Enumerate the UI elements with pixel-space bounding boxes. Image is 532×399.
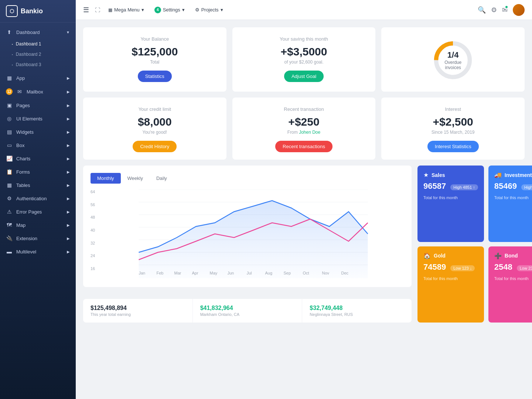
- app-icon: ▦: [6, 75, 13, 81]
- sidebar-item-app[interactable]: ▦ App ▶: [0, 71, 76, 85]
- recent-transactions-button[interactable]: Recent transactions: [275, 141, 332, 152]
- y-label: 64: [91, 190, 99, 194]
- hamburger-menu[interactable]: ☰: [83, 6, 89, 14]
- credit-history-button[interactable]: Credit History: [133, 141, 177, 152]
- interest-label: Interest: [445, 106, 461, 112]
- stat-card-gold: 🏠 Gold 74589 Low 123 ↓ Total for this mo…: [417, 246, 484, 323]
- bottom-row: Monthly Weekly Daily 16 24 32 40 48 56: [83, 166, 525, 323]
- donut-container: 1/4 Overdue invoices: [429, 36, 477, 84]
- interest-statistics-button[interactable]: Interest Statistics: [427, 141, 479, 152]
- avatar[interactable]: [513, 4, 525, 16]
- sidebar-item-tables[interactable]: ▦ Tables ▶: [0, 178, 76, 192]
- sidebar-item-widgets[interactable]: ▤ Widgets ▶: [0, 125, 76, 139]
- sidebar-label-dashboard: Dashboard: [16, 30, 40, 35]
- search-icon[interactable]: 🔍: [478, 6, 486, 14]
- saving-card: Your saving this month +$3,5000 of your …: [232, 27, 376, 92]
- gold-footer: Total for this month: [423, 276, 478, 281]
- sidebar-label-map: Map: [16, 222, 25, 228]
- sidebar-item-forms[interactable]: 📋 Forms ▶: [0, 165, 76, 178]
- investment-badge: High 563 ↑: [521, 184, 532, 190]
- settings-arrow: ▾: [182, 7, 185, 13]
- tab-monthly[interactable]: Monthly: [91, 173, 121, 184]
- sidebar-item-dashboard1[interactable]: Dashboard 1: [0, 39, 76, 49]
- svg-text:Aug: Aug: [265, 271, 273, 275]
- avatar-image: [513, 4, 525, 16]
- bond-title: Bond: [505, 253, 518, 259]
- sidebar-item-map[interactable]: 🗺 Map ▶: [0, 218, 76, 232]
- topbar-expand-icon[interactable]: ⛶: [95, 7, 100, 13]
- balance-label: Your Balance: [140, 36, 169, 42]
- topbar-megamenu[interactable]: ▦ Mega Menu ▾: [106, 6, 146, 14]
- statistics-button[interactable]: Statistics: [138, 71, 172, 82]
- svg-text:May: May: [210, 271, 218, 275]
- chevron-icon: ▶: [67, 183, 70, 187]
- summary-neglinnaya-value: $32,749,448: [310, 305, 404, 311]
- svg-text:Oct: Oct: [303, 271, 309, 275]
- y-label: 24: [91, 253, 99, 258]
- summary-earning-value: $125,498,894: [91, 305, 185, 311]
- transaction-sub: From Johen Doe: [287, 130, 320, 135]
- settings-label: Settings: [163, 7, 180, 13]
- mailbox-badge: 12: [6, 88, 13, 95]
- investment-title: Investment: [505, 172, 532, 178]
- sidebar-label-mailbox: Mailbox: [27, 89, 43, 95]
- investment-badge-label: High: [524, 185, 532, 190]
- summary-item-markham: $41,832,964 Markham Ontario, CA: [193, 299, 303, 323]
- summary-item-neglinnaya: $32,749,448 Neglinnaya Street, RUS: [302, 299, 412, 323]
- projects-label: Projects: [201, 7, 219, 13]
- interest-sub: Since 15 March, 2019: [432, 130, 475, 135]
- sidebar-label-box: Box: [16, 143, 24, 148]
- topbar-right: 🔍 ⚙ ✉: [478, 4, 525, 16]
- stat-card-investment-header: 🚚 Investment: [494, 171, 532, 178]
- gold-badge: Low 123 ↓: [450, 265, 475, 271]
- credit-value: $8,000: [138, 116, 172, 128]
- stat-card-bond-header: ➕ Bond: [494, 252, 532, 259]
- invoices-label: Overdue invoices: [441, 60, 465, 70]
- sidebar-label-widgets: Widgets: [16, 129, 34, 135]
- sales-badge: High 4851 ↑: [450, 184, 478, 190]
- sidebar-item-box[interactable]: ▭ Box ▶: [0, 139, 76, 152]
- bond-badge: Low 235 ↓: [517, 265, 532, 271]
- gold-badge-direction: ↓: [470, 266, 472, 270]
- sidebar-item-charts[interactable]: 📈 Charts ▶: [0, 152, 76, 165]
- transaction-card: Recent transaction +$250 From Johen Doe …: [232, 98, 376, 160]
- tab-weekly[interactable]: Weekly: [121, 173, 150, 184]
- grid-icon: ▦: [108, 7, 112, 13]
- chevron-icon: ▶: [67, 130, 70, 134]
- pages-icon: ▣: [6, 102, 13, 108]
- notification-bell[interactable]: ✉: [502, 6, 508, 14]
- sidebar-label-pages: Pages: [16, 103, 30, 108]
- transaction-label: Recent transaction: [284, 106, 324, 112]
- top-cards-row: Your Balance $125,000 Total Statistics Y…: [83, 27, 525, 92]
- adjust-goal-button[interactable]: Adjust Goal: [284, 71, 324, 82]
- app-logo[interactable]: ⬡ Bankio: [6, 5, 43, 17]
- chevron-icon: ▶: [67, 223, 70, 227]
- sidebar-item-error-pages[interactable]: ⚠ Error Pages ▶: [0, 205, 76, 218]
- dashboard-sub-items: Dashboard 1 Dashboard 2 Dashboard 3: [0, 39, 76, 71]
- sidebar-item-dashboard[interactable]: ⬆ Dashboard ▼: [0, 25, 76, 39]
- app-name: Bankio: [21, 7, 43, 15]
- megamenu-arrow: ▾: [141, 7, 144, 13]
- tab-daily[interactable]: Daily: [150, 173, 174, 184]
- sidebar-item-authentication[interactable]: ⚙ Authentication ▶: [0, 192, 76, 205]
- sidebar-item-ui-elements[interactable]: ◎ UI Elements ▶: [0, 112, 76, 125]
- y-label: 40: [91, 228, 99, 232]
- gear-icon[interactable]: ⚙: [491, 6, 497, 14]
- investment-footer: Total for this month: [494, 195, 532, 200]
- svg-text:Apr: Apr: [192, 271, 198, 275]
- invoices-value: 1/4: [441, 50, 465, 60]
- topbar-settings[interactable]: 4 Settings ▾: [152, 5, 187, 15]
- sidebar-item-dashboard3[interactable]: Dashboard 3: [0, 59, 76, 70]
- balance-sub: Total: [150, 59, 159, 65]
- sidebar-item-dashboard2[interactable]: Dashboard 2: [0, 49, 76, 59]
- sidebar-item-pages[interactable]: ▣ Pages ▶: [0, 99, 76, 112]
- sidebar-label-app: App: [16, 75, 25, 81]
- sidebar-item-mailbox[interactable]: 12 ✉ Mailbox ▶: [0, 85, 76, 99]
- sidebar-item-extension[interactable]: 🔌 Extension ▶: [0, 232, 76, 245]
- sidebar-item-multilevel[interactable]: ▬ Multilevel ▶: [0, 245, 76, 258]
- gold-value-row: 74589 Low 123 ↓: [423, 262, 478, 274]
- chevron-icon: ▶: [67, 90, 70, 94]
- topbar-projects[interactable]: ⚙ Projects ▾: [193, 6, 225, 14]
- y-label: 16: [91, 266, 99, 271]
- bond-icon: ➕: [494, 252, 502, 259]
